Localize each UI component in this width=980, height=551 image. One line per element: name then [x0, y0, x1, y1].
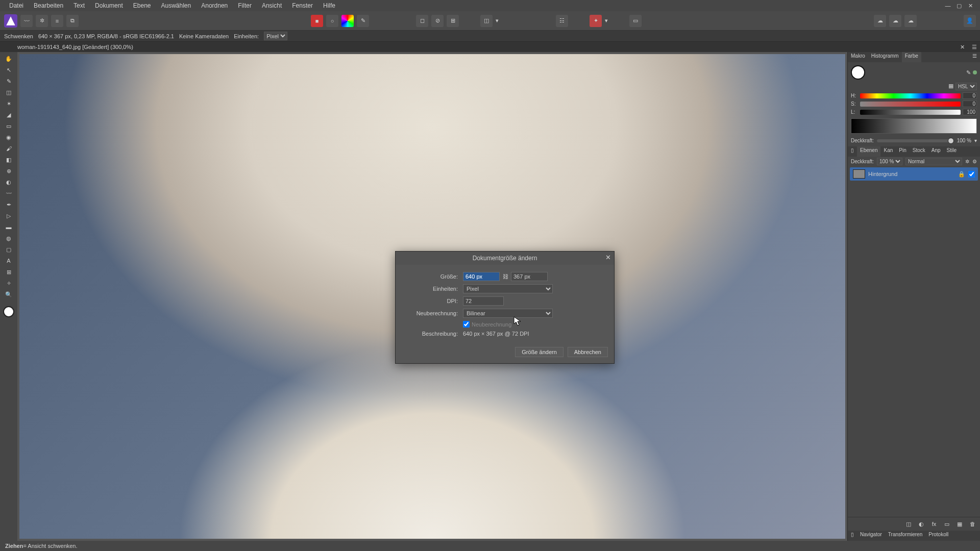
- menu-help[interactable]: Hilfe: [318, 2, 340, 9]
- marquee-tool[interactable]: ▭: [3, 121, 14, 131]
- node-tool[interactable]: ▷: [3, 211, 14, 220]
- clone-tool[interactable]: ⊕: [3, 166, 14, 176]
- tab-makro[interactable]: Makro: [848, 52, 868, 62]
- toolbar-swatch-icon[interactable]: ■: [311, 15, 323, 27]
- layer-fx-icon[interactable]: ✲: [965, 159, 969, 164]
- shape-tool[interactable]: ▢: [3, 245, 14, 254]
- toolbar-snapshot-icon[interactable]: ▭: [629, 15, 642, 27]
- toolbar-quickmask-icon[interactable]: ◫: [480, 15, 493, 27]
- layer-lock-icon[interactable]: 🔒: [958, 171, 965, 178]
- menu-file[interactable]: Datei: [4, 2, 29, 9]
- menu-window[interactable]: Fenster: [287, 2, 318, 9]
- flood-tool[interactable]: ◢: [3, 110, 14, 119]
- menu-filter[interactable]: Filter: [233, 2, 257, 9]
- saturation-value[interactable]: 0: [963, 101, 977, 107]
- menu-select[interactable]: Auswählen: [156, 2, 196, 9]
- toolbar-crop-icon[interactable]: ⊞: [447, 15, 459, 27]
- toolbar-remove-icon[interactable]: ⊘: [431, 15, 444, 27]
- document-tab[interactable]: woman-1919143_640.jpg [Geändert] (300,0%…: [17, 44, 133, 50]
- colorpicker-tool[interactable]: ✎: [3, 77, 14, 86]
- panel-menu-icon[interactable]: ☰: [969, 44, 980, 51]
- color-opacity-icon[interactable]: ▦: [948, 83, 953, 90]
- tab-histogramm[interactable]: Histogramm: [868, 52, 902, 62]
- mesh-tool[interactable]: ⊞: [3, 267, 14, 277]
- pan-tool[interactable]: ✋: [3, 54, 14, 63]
- color-mode-select[interactable]: HSL: [955, 83, 977, 90]
- dodge-tool[interactable]: ◐: [3, 178, 14, 187]
- menu-arrange[interactable]: Anordnen: [196, 2, 233, 9]
- opacity-slider[interactable]: [877, 139, 954, 142]
- foreground-color-swatch[interactable]: [3, 306, 14, 317]
- layer-mask-icon[interactable]: ◫: [903, 519, 914, 529]
- blend-mode-select[interactable]: Normal: [905, 158, 962, 165]
- hue-slider[interactable]: [860, 93, 961, 98]
- snapshot-icon[interactable]: ▯: [848, 531, 857, 541]
- toolbar-cloud-icon[interactable]: ☁: [874, 15, 886, 27]
- chevron-down-icon[interactable]: ▾: [974, 138, 977, 143]
- move-tool[interactable]: ↖: [3, 65, 14, 74]
- tab-protokoll[interactable]: Protokoll: [925, 531, 951, 541]
- toolbar-account-icon[interactable]: 👤: [964, 15, 976, 27]
- window-minimize-button[interactable]: —: [942, 3, 953, 9]
- tab-anp[interactable]: Anp: [928, 146, 944, 157]
- layer-adjust-icon[interactable]: ◐: [916, 519, 927, 529]
- layer-group-icon[interactable]: ▭: [941, 519, 952, 529]
- eyedropper-icon[interactable]: ✎: [966, 69, 971, 76]
- crop-tool[interactable]: ◫: [3, 88, 14, 97]
- pen-tool[interactable]: ✒: [3, 200, 14, 209]
- units-select[interactable]: Pixel: [463, 284, 553, 293]
- app-logo-icon[interactable]: [4, 14, 17, 28]
- erase-tool[interactable]: ◧: [3, 155, 14, 164]
- layer-settings-icon[interactable]: ⚙: [972, 159, 977, 164]
- resample-checkbox[interactable]: [463, 321, 470, 328]
- link-dimensions-icon[interactable]: ⛓: [502, 273, 509, 280]
- cancel-button[interactable]: Abbrechen: [568, 347, 608, 357]
- menu-edit[interactable]: Bearbeiten: [29, 2, 68, 9]
- persona-develop-icon[interactable]: ≡: [51, 15, 63, 27]
- document-close-icon[interactable]: ✕: [956, 44, 969, 51]
- persona-export-icon[interactable]: ⧉: [66, 15, 79, 27]
- tab-ebenen[interactable]: Ebenen: [857, 146, 880, 157]
- resample-select[interactable]: Bilinear: [463, 309, 553, 318]
- text-tool[interactable]: A: [3, 256, 14, 265]
- canvas-area[interactable]: Dokumentgröße ändern ✕ Größe: ⛓ Einheite…: [17, 52, 847, 541]
- toolbar-align-icon[interactable]: ☷: [556, 15, 568, 27]
- luminosity-value[interactable]: 100: [963, 109, 977, 115]
- healing-tool[interactable]: ◉: [3, 133, 14, 142]
- zoom-tool[interactable]: 🔍: [3, 290, 14, 299]
- toolbar-circle-icon[interactable]: ○: [326, 15, 338, 27]
- vectorbrush-tool[interactable]: ✧: [3, 279, 14, 288]
- toolbar-colorwheel-icon[interactable]: [341, 15, 354, 27]
- panel-menu-icon[interactable]: ☰: [969, 52, 980, 62]
- layer-visibility-checkbox[interactable]: [968, 171, 975, 178]
- snapshot-icon[interactable]: ▯: [848, 146, 857, 157]
- gradient-tool[interactable]: ▬: [3, 222, 14, 232]
- menu-document[interactable]: Dokument: [90, 2, 128, 9]
- toolbar-assistant-icon[interactable]: ✦: [590, 15, 602, 27]
- layer-fx-icon[interactable]: fx: [928, 519, 940, 529]
- width-input[interactable]: [463, 272, 500, 281]
- paintbrush-tool[interactable]: 🖌: [3, 144, 14, 153]
- toolbar-selection-icon[interactable]: ◻: [416, 15, 428, 27]
- luminosity-slider[interactable]: [860, 110, 961, 115]
- selectionbrush-tool[interactable]: ✶: [3, 99, 14, 108]
- height-input[interactable]: [511, 272, 548, 281]
- toolbar-picker-icon[interactable]: ✎: [357, 15, 369, 27]
- color-primary-swatch[interactable]: [851, 65, 865, 80]
- tab-pin[interactable]: Pin: [896, 146, 909, 157]
- window-maximize-button[interactable]: ▢: [953, 3, 965, 9]
- dialog-close-button[interactable]: ✕: [605, 254, 611, 261]
- tab-farbe[interactable]: Farbe: [902, 52, 921, 62]
- persona-photo-icon[interactable]: 〰: [20, 15, 33, 27]
- units-select[interactable]: Pixel: [264, 32, 287, 40]
- hue-value[interactable]: 0: [963, 92, 977, 99]
- layer-opacity-select[interactable]: 100 %: [877, 158, 902, 165]
- toolbar-share-icon[interactable]: ☁: [904, 15, 917, 27]
- tab-stile[interactable]: Stile: [944, 146, 960, 157]
- fill-tool[interactable]: ◍: [3, 234, 14, 243]
- layer-item[interactable]: Hintergrund 🔒: [850, 167, 978, 181]
- layer-delete-icon[interactable]: 🗑: [967, 519, 978, 529]
- persona-liquify-icon[interactable]: ✲: [36, 15, 48, 27]
- window-close-button[interactable]: ✕: [965, 3, 976, 9]
- chevron-down-icon[interactable]: ▾: [496, 17, 499, 24]
